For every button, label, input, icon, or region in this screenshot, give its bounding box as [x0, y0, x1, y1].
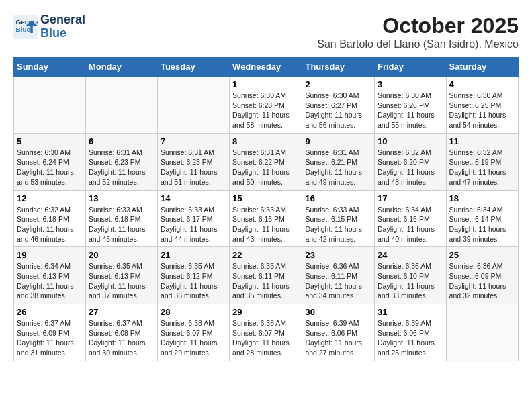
svg-text:Blue: Blue [16, 26, 31, 33]
calendar-header-row: SundayMondayTuesdayWednesdayThursdayFrid… [14, 58, 519, 77]
calendar-cell [446, 304, 518, 361]
day-info: Sunrise: 6:39 AMSunset: 6:06 PMDaylight:… [305, 318, 371, 358]
calendar-cell: 11Sunrise: 6:32 AMSunset: 6:19 PMDayligh… [446, 133, 518, 190]
calendar-cell: 4Sunrise: 6:30 AMSunset: 6:25 PMDaylight… [446, 77, 518, 134]
day-info: Sunrise: 6:32 AMSunset: 6:20 PMDaylight:… [378, 148, 443, 187]
calendar-cell: 21Sunrise: 6:35 AMSunset: 6:12 PMDayligh… [157, 247, 229, 304]
day-number: 31 [378, 307, 443, 317]
day-info: Sunrise: 6:33 AMSunset: 6:17 PMDaylight:… [161, 205, 226, 244]
day-number: 17 [378, 193, 443, 203]
day-info: Sunrise: 6:32 AMSunset: 6:19 PMDaylight:… [449, 148, 515, 187]
day-info: Sunrise: 6:35 AMSunset: 6:12 PMDaylight:… [161, 261, 226, 301]
calendar-cell: 8Sunrise: 6:31 AMSunset: 6:22 PMDaylight… [230, 133, 302, 190]
calendar-cell: 29Sunrise: 6:38 AMSunset: 6:07 PMDayligh… [230, 304, 302, 361]
day-number: 14 [161, 193, 226, 203]
day-info: Sunrise: 6:37 AMSunset: 6:08 PMDaylight:… [89, 318, 154, 358]
day-info: Sunrise: 6:37 AMSunset: 6:09 PMDaylight:… [17, 318, 83, 358]
day-info: Sunrise: 6:34 AMSunset: 6:15 PMDaylight:… [378, 205, 443, 244]
calendar-cell: 12Sunrise: 6:32 AMSunset: 6:18 PMDayligh… [14, 190, 86, 247]
calendar-cell: 17Sunrise: 6:34 AMSunset: 6:15 PMDayligh… [375, 190, 447, 247]
day-number: 24 [378, 250, 443, 260]
calendar-cell: 27Sunrise: 6:37 AMSunset: 6:08 PMDayligh… [85, 304, 157, 361]
day-info: Sunrise: 6:33 AMSunset: 6:18 PMDaylight:… [89, 205, 154, 244]
logo: General Blue General Blue [13, 13, 85, 40]
day-number: 1 [232, 79, 299, 89]
day-info: Sunrise: 6:38 AMSunset: 6:07 PMDaylight:… [161, 318, 226, 358]
header-tuesday: Tuesday [157, 58, 229, 77]
calendar-cell [157, 77, 229, 134]
calendar-cell: 16Sunrise: 6:33 AMSunset: 6:15 PMDayligh… [302, 190, 375, 247]
day-number: 12 [17, 193, 83, 203]
day-number: 29 [232, 307, 299, 317]
day-info: Sunrise: 6:35 AMSunset: 6:11 PMDaylight:… [232, 261, 299, 301]
page-title: October 2025 [317, 13, 519, 38]
day-number: 22 [232, 250, 299, 260]
day-info: Sunrise: 6:34 AMSunset: 6:13 PMDaylight:… [17, 261, 83, 301]
day-number: 20 [89, 250, 154, 260]
calendar-cell: 6Sunrise: 6:31 AMSunset: 6:23 PMDaylight… [85, 133, 157, 190]
calendar-cell: 3Sunrise: 6:30 AMSunset: 6:26 PMDaylight… [375, 77, 447, 134]
day-number: 19 [17, 250, 83, 260]
day-number: 30 [305, 307, 371, 317]
day-info: Sunrise: 6:30 AMSunset: 6:24 PMDaylight:… [17, 148, 83, 187]
logo-icon: General Blue [13, 15, 38, 39]
calendar-week-2: 5Sunrise: 6:30 AMSunset: 6:24 PMDaylight… [14, 133, 519, 190]
title-block: October 2025 San Bartolo del Llano (San … [317, 13, 519, 50]
page-subtitle: San Bartolo del Llano (San Isidro), Mexi… [317, 38, 519, 50]
calendar-cell: 10Sunrise: 6:32 AMSunset: 6:20 PMDayligh… [375, 133, 447, 190]
calendar-cell: 2Sunrise: 6:30 AMSunset: 6:27 PMDaylight… [302, 77, 375, 134]
calendar-cell [14, 77, 86, 134]
calendar-table: SundayMondayTuesdayWednesdayThursdayFrid… [13, 57, 519, 361]
header-thursday: Thursday [302, 58, 375, 77]
day-info: Sunrise: 6:34 AMSunset: 6:14 PMDaylight:… [449, 205, 515, 244]
day-info: Sunrise: 6:36 AMSunset: 6:11 PMDaylight:… [305, 261, 371, 301]
calendar-cell: 25Sunrise: 6:36 AMSunset: 6:09 PMDayligh… [446, 247, 518, 304]
calendar-cell: 18Sunrise: 6:34 AMSunset: 6:14 PMDayligh… [446, 190, 518, 247]
calendar-week-4: 19Sunrise: 6:34 AMSunset: 6:13 PMDayligh… [14, 247, 519, 304]
calendar-cell: 23Sunrise: 6:36 AMSunset: 6:11 PMDayligh… [302, 247, 375, 304]
calendar-cell: 30Sunrise: 6:39 AMSunset: 6:06 PMDayligh… [302, 304, 375, 361]
header-sunday: Sunday [14, 58, 86, 77]
header-monday: Monday [85, 58, 157, 77]
day-number: 21 [161, 250, 226, 260]
day-number: 8 [232, 136, 299, 146]
day-info: Sunrise: 6:30 AMSunset: 6:25 PMDaylight:… [449, 91, 515, 130]
day-info: Sunrise: 6:33 AMSunset: 6:15 PMDaylight:… [305, 205, 371, 244]
calendar-cell: 9Sunrise: 6:31 AMSunset: 6:21 PMDaylight… [302, 133, 375, 190]
day-number: 27 [89, 307, 154, 317]
header-friday: Friday [375, 58, 447, 77]
calendar-cell: 13Sunrise: 6:33 AMSunset: 6:18 PMDayligh… [85, 190, 157, 247]
day-number: 4 [449, 79, 515, 89]
day-number: 23 [305, 250, 371, 260]
day-info: Sunrise: 6:39 AMSunset: 6:06 PMDaylight:… [378, 318, 443, 358]
calendar-cell: 31Sunrise: 6:39 AMSunset: 6:06 PMDayligh… [375, 304, 447, 361]
day-number: 10 [378, 136, 443, 146]
calendar-cell: 15Sunrise: 6:33 AMSunset: 6:16 PMDayligh… [230, 190, 302, 247]
day-number: 13 [89, 193, 154, 203]
header-wednesday: Wednesday [230, 58, 302, 77]
calendar-cell [85, 77, 157, 134]
calendar-cell: 5Sunrise: 6:30 AMSunset: 6:24 PMDaylight… [14, 133, 86, 190]
day-info: Sunrise: 6:35 AMSunset: 6:13 PMDaylight:… [89, 261, 154, 301]
day-number: 7 [161, 136, 226, 146]
day-info: Sunrise: 6:32 AMSunset: 6:18 PMDaylight:… [17, 205, 83, 244]
day-info: Sunrise: 6:36 AMSunset: 6:09 PMDaylight:… [449, 261, 515, 301]
day-info: Sunrise: 6:30 AMSunset: 6:27 PMDaylight:… [305, 91, 371, 130]
calendar-cell: 24Sunrise: 6:36 AMSunset: 6:10 PMDayligh… [375, 247, 447, 304]
calendar-week-5: 26Sunrise: 6:37 AMSunset: 6:09 PMDayligh… [14, 304, 519, 361]
day-number: 16 [305, 193, 371, 203]
calendar-cell: 1Sunrise: 6:30 AMSunset: 6:28 PMDaylight… [230, 77, 302, 134]
page-header: General Blue General Blue October 2025 S… [13, 13, 519, 50]
day-info: Sunrise: 6:31 AMSunset: 6:21 PMDaylight:… [305, 148, 371, 187]
day-number: 2 [305, 79, 371, 89]
day-info: Sunrise: 6:38 AMSunset: 6:07 PMDaylight:… [232, 318, 299, 358]
calendar-cell: 20Sunrise: 6:35 AMSunset: 6:13 PMDayligh… [85, 247, 157, 304]
day-number: 18 [449, 193, 515, 203]
day-info: Sunrise: 6:31 AMSunset: 6:23 PMDaylight:… [161, 148, 226, 187]
day-number: 9 [305, 136, 371, 146]
logo-text: General Blue [40, 13, 85, 40]
calendar-cell: 19Sunrise: 6:34 AMSunset: 6:13 PMDayligh… [14, 247, 86, 304]
calendar-week-3: 12Sunrise: 6:32 AMSunset: 6:18 PMDayligh… [14, 190, 519, 247]
header-saturday: Saturday [446, 58, 518, 77]
calendar-cell: 7Sunrise: 6:31 AMSunset: 6:23 PMDaylight… [157, 133, 229, 190]
